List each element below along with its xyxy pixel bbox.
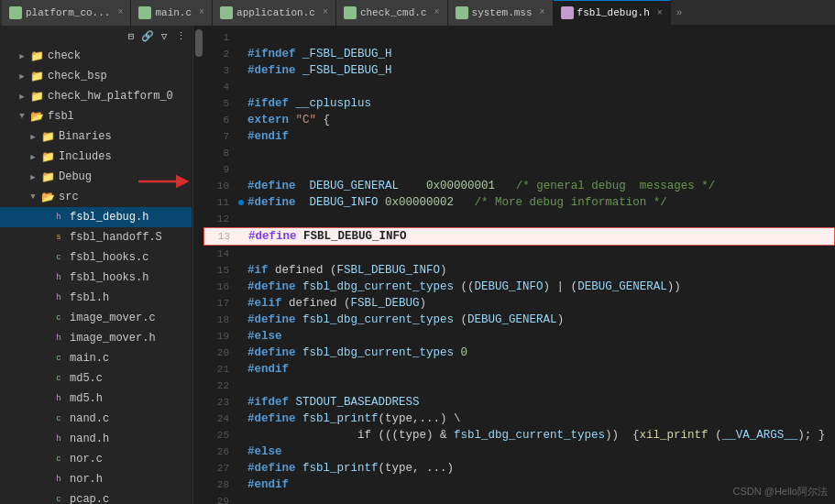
line-num-23: 23	[203, 394, 238, 411]
tab-check-cmd-c[interactable]: check_cmd.c ×	[336, 0, 448, 26]
sidebar-item-src[interactable]: ▼ 📂 src	[0, 187, 192, 207]
tab-label-platform-co: platform_co...	[26, 7, 110, 18]
code-line-19: 19 #else	[203, 328, 835, 345]
scrollbar-vertical[interactable]	[192, 26, 203, 504]
scrollbar-thumb[interactable]	[195, 29, 203, 57]
code-content-10: #define DEBUG_GENERAL 0x00000001 /* gene…	[244, 178, 835, 194]
code-content-11: #define DEBUG_INFO 0x00000002 /* More de…	[244, 194, 835, 211]
expand-icon-includes: ▶	[26, 149, 40, 164]
sidebar-item-md5-c[interactable]: c md5.c	[0, 368, 192, 389]
file-icon-nand-c: c	[51, 411, 66, 426]
tab-label-system-mss: system.mss	[472, 7, 533, 18]
sidebar-item-fsbl-debug-h[interactable]: h fsbl_debug.h	[0, 207, 192, 227]
expand-icon-pcap-c	[37, 492, 51, 504]
sidebar-item-debug-folder[interactable]: ▶ 📁 Debug	[0, 167, 192, 187]
expand-icon-fsbl-h	[37, 290, 51, 305]
sidebar-item-includes[interactable]: ▶ 📁 Includes	[0, 147, 192, 167]
code-content-12	[244, 211, 835, 227]
sidebar-label-fsbl-h: fsbl.h	[70, 291, 109, 304]
sidebar-label-src: src	[59, 191, 79, 203]
sidebar-filter-btn[interactable]: ▽	[157, 28, 171, 43]
tab-label-fsbl-debug-h: fsbl_debug.h	[577, 7, 650, 18]
code-line-8: 8	[203, 145, 835, 161]
code-line-2: 2 #ifndef _FSBL_DEBUG_H	[203, 46, 835, 62]
code-line-6: 6 extern "C" {	[203, 112, 835, 128]
line-num-12: 12	[203, 211, 238, 227]
sidebar-content[interactable]: ▶ 📁 check ▶ 📁 check_bsp ▶ 📁 check_hw_pla…	[0, 46, 192, 504]
expand-icon-binaries: ▶	[26, 129, 40, 144]
sidebar-label-md5-c: md5.c	[70, 372, 103, 385]
sidebar-collapse-btn[interactable]: ⊟	[124, 28, 138, 43]
tab-overflow[interactable]: »	[671, 7, 688, 18]
sidebar-item-md5-h[interactable]: h md5.h	[0, 389, 192, 409]
tab-fsbl-debug-h[interactable]: fsbl_debug.h ×	[554, 0, 671, 26]
folder-icon-debug: 📁	[40, 170, 55, 184]
code-content-21: #endif	[244, 361, 835, 378]
code-line-24: 24 #define fsbl_printf(type,...) \	[203, 411, 835, 427]
file-icon-fsbl-handoff-s: s	[51, 230, 66, 245]
tab-close-check-cmd-c[interactable]: ×	[434, 7, 440, 17]
folder-icon-includes: 📁	[40, 149, 55, 164]
expand-icon-md5-h	[37, 391, 51, 406]
sidebar-more-btn[interactable]: ⋮	[173, 28, 188, 43]
code-content-25: if (((type) & fsbl_dbg_current_types)) {…	[244, 427, 835, 444]
sidebar-item-nand-c[interactable]: c nand.c	[0, 409, 192, 429]
tab-close-system-mss[interactable]: ×	[540, 7, 545, 17]
sidebar-item-pcap-c[interactable]: c pcap.c	[0, 489, 192, 504]
sidebar-label-check: check	[48, 49, 81, 62]
sidebar-item-nor-h[interactable]: h nor.h	[0, 469, 192, 489]
line-num-19: 19	[203, 328, 238, 345]
code-line-25: 25 if (((type) & fsbl_dbg_current_types)…	[203, 427, 835, 444]
expand-icon-src: ▼	[26, 190, 40, 204]
sidebar-link-btn[interactable]: 🔗	[140, 28, 155, 43]
tab-system-mss[interactable]: system.mss ×	[448, 0, 554, 26]
sidebar-item-check-hw[interactable]: ▶ 📁 check_hw_platform_0	[0, 86, 192, 106]
expand-icon-fsbl-hooks-h	[37, 270, 51, 285]
sidebar-item-fsbl-h[interactable]: h fsbl.h	[0, 288, 192, 308]
sidebar-item-nand-h[interactable]: h nand.h	[0, 429, 192, 449]
sidebar-item-fsbl-hooks-h[interactable]: h fsbl_hooks.h	[0, 268, 192, 288]
code-line-16: 16 #define fsbl_dbg_current_types ((DEBU…	[203, 279, 835, 295]
sidebar-item-nor-c[interactable]: c nor.c	[0, 449, 192, 469]
sidebar-label-image-mover-h: image_mover.h	[70, 332, 156, 345]
sidebar-item-image-mover-h[interactable]: h image_mover.h	[0, 328, 192, 348]
code-line-20: 20 #define fsbl_dbg_current_types 0	[203, 345, 835, 361]
file-icon-fsbl-hooks-c: c	[51, 250, 66, 265]
line-num-22: 22	[203, 378, 238, 394]
sidebar-label-image-mover-c: image_mover.c	[70, 312, 156, 324]
tab-close-fsbl-debug-h[interactable]: ×	[657, 8, 663, 18]
tab-main-c[interactable]: main.c ×	[131, 0, 213, 26]
tab-close-platform-co[interactable]: ×	[117, 7, 123, 17]
tab-close-main-c[interactable]: ×	[199, 7, 204, 17]
sidebar-item-fsbl-handoff-s[interactable]: s fsbl_handoff.S	[0, 227, 192, 247]
sidebar-label-nand-h: nand.h	[70, 433, 109, 445]
code-content-7: #endif	[244, 128, 835, 145]
sidebar-item-check-bsp[interactable]: ▶ 📁 check_bsp	[0, 66, 192, 86]
code-line-10: 10 #define DEBUG_GENERAL 0x00000001 /* g…	[203, 178, 835, 194]
file-icon-fsbl-hooks-h: h	[51, 270, 66, 285]
folder-icon-check-hw: 📁	[29, 89, 44, 104]
file-icon-image-mover-c: c	[51, 311, 66, 325]
expand-icon-md5-c	[37, 371, 51, 386]
code-line-18: 18 #define fsbl_dbg_current_types (DEBUG…	[203, 312, 835, 328]
line-num-29: 29	[203, 493, 238, 504]
code-scroll[interactable]: 1 2 #ifndef _FSBL_DEBUG_H 3 #define _FSB…	[203, 26, 835, 504]
sidebar-item-main-c[interactable]: c main.c	[0, 348, 192, 368]
code-content-3: #define _FSBL_DEBUG_H	[244, 62, 835, 79]
file-icon-nor-h: h	[51, 472, 66, 487]
sidebar-item-binaries[interactable]: ▶ 📁 Binaries	[0, 126, 192, 147]
sidebar-item-fsbl-hooks-c[interactable]: c fsbl_hooks.c	[0, 247, 192, 268]
line-num-11: 11	[203, 194, 238, 211]
line-num-24: 24	[203, 411, 238, 427]
code-line-3: 3 #define _FSBL_DEBUG_H	[203, 62, 835, 79]
sidebar-item-fsbl[interactable]: ▼ 📂 fsbl	[0, 106, 192, 126]
line-num-13: 13	[204, 228, 239, 245]
sidebar-item-check[interactable]: ▶ 📁 check	[0, 46, 192, 66]
sidebar-item-image-mover-c[interactable]: c image_mover.c	[0, 308, 192, 328]
expand-icon-nand-h	[37, 432, 51, 446]
tab-platform-co[interactable]: platform_co... ×	[2, 0, 131, 26]
code-line-7: 7 #endif	[203, 128, 835, 145]
tab-close-application-c[interactable]: ×	[323, 7, 328, 17]
sidebar-label-nor-c: nor.c	[70, 453, 103, 466]
tab-application-c[interactable]: application.c ×	[213, 0, 336, 26]
